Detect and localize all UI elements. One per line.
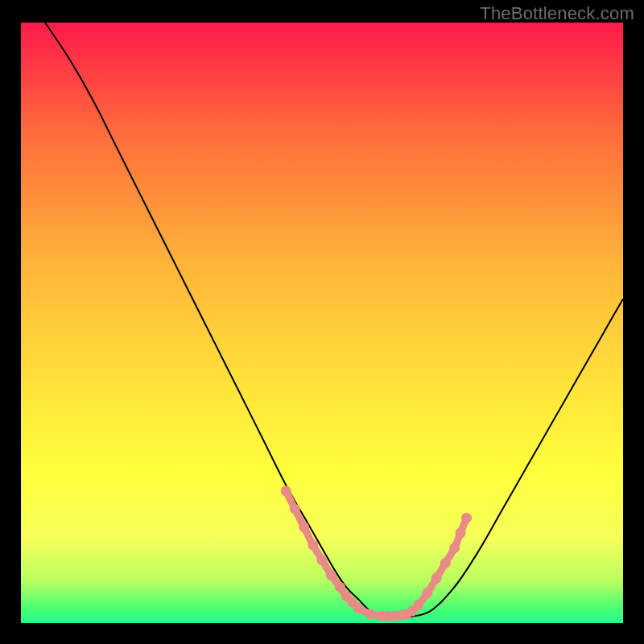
plot-area [21, 23, 623, 623]
highlight-bottom-point [353, 603, 363, 613]
highlight-left-point [281, 485, 291, 496]
highlight-right-point [431, 573, 442, 584]
highlight-bottom-point [365, 609, 375, 619]
watermark-text: TheBottleneck.com [480, 3, 634, 24]
highlight-right-point [449, 543, 460, 553]
highlight-left-point [335, 582, 345, 592]
highlight-left-point [290, 504, 300, 514]
chart-frame: TheBottleneck.com [0, 0, 644, 644]
highlight-right-point [413, 600, 423, 610]
highlight-right-point [456, 528, 466, 539]
highlight-left-point [317, 555, 328, 565]
highlight-right-point [461, 513, 472, 523]
gradient-background [21, 23, 623, 623]
highlight-left-point [299, 522, 309, 532]
chart-svg [21, 23, 623, 623]
highlight-right-point [440, 558, 451, 568]
highlight-right-point [422, 588, 432, 598]
highlight-left-point [326, 570, 336, 580]
highlight-left-point [308, 540, 318, 551]
